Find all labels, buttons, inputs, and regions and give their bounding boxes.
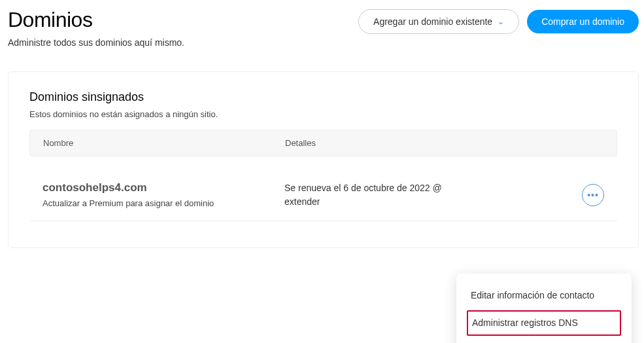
ellipsis-icon: ••• [587,190,599,200]
unassigned-domains-panel: Dominios sinsignados Estos dominios no e… [8,71,639,248]
table-row: contosohelps4.com Actualizar a Premium p… [29,170,617,221]
menu-item-manage-dns[interactable]: Administrar registros DNS [467,310,621,336]
page-subtitle: Administre todos sus dominios aquí mismo… [8,37,358,48]
domain-details-line1: Se renueva el 6 de octubre de 2022 @ [284,181,604,195]
chevron-down-icon: ⌄ [498,17,504,26]
column-header-name: Nombre [43,138,285,148]
domain-details-line2: extender [284,195,604,209]
add-existing-domain-label: Agregar un dominio existente [373,16,492,27]
menu-item-edit-contact[interactable]: Editar información de contacto [456,283,632,309]
menu-item-transfer-out[interactable]: Transferir fuera de la cerda [456,337,632,343]
buy-domain-button[interactable]: Comprar un dominio [527,10,639,33]
add-existing-domain-button[interactable]: Agregar un dominio existente ⌄ [358,9,519,34]
more-actions-button[interactable]: ••• [582,184,604,206]
panel-title: Dominios sinsignados [29,90,617,104]
page-header: Dominios Administre todos sus dominios a… [8,8,639,48]
table-header: Nombre Detalles [29,130,617,156]
column-header-details: Detalles [285,138,603,148]
actions-dropdown-menu: Editar información de contacto Administr… [456,274,632,343]
domain-name: contosohelps4.com [42,181,284,194]
page-title: Dominios [8,8,358,32]
panel-subtitle: Estos dominios no están asignados a ning… [29,109,617,119]
domain-note: Actualizar a Premium para asignar el dom… [42,198,284,208]
